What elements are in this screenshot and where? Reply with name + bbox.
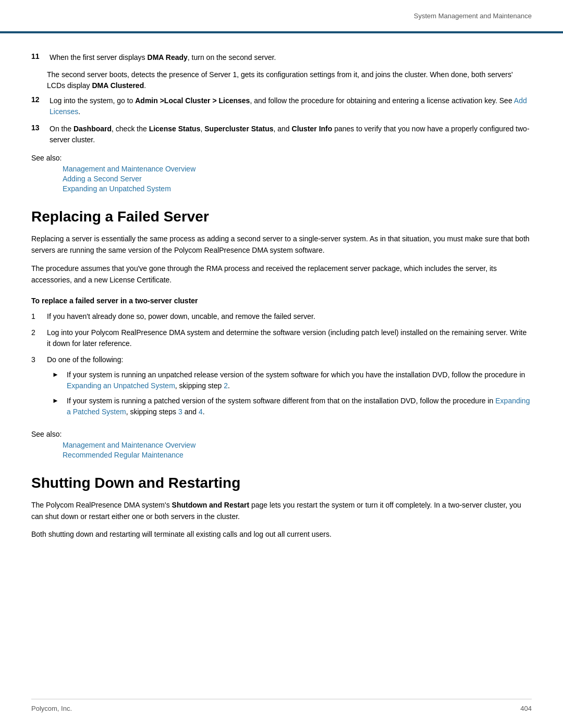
link-step-3-ref[interactable]: 3 <box>178 408 182 416</box>
step-13-dashboard: Dashboard <box>74 125 112 133</box>
replacing-para1: Replacing a server is essentially the sa… <box>31 233 532 256</box>
step-13-number: 13 <box>31 124 47 132</box>
step-11: 11 When the first server displays DMA Re… <box>31 52 532 63</box>
replace-step-2-num: 2 <box>31 327 47 338</box>
link-expanding-unpatched-2[interactable]: Expanding an Unpatched System <box>67 381 175 390</box>
replace-sub-heading: To replace a failed server in a two-serv… <box>31 297 532 305</box>
header-area: System Management and Maintenance <box>0 0 563 31</box>
replace-step-3: 3 Do one of the following: ► If your sys… <box>31 354 532 422</box>
replace-step-1-content: If you haven't already done so, power do… <box>47 311 532 322</box>
bullet-2: ► If your system is running a patched ve… <box>52 396 532 417</box>
content-area: 11 When the first server displays DMA Re… <box>0 36 563 578</box>
bullet-arrow-2: ► <box>52 396 65 406</box>
link-expanding-unpatched-1[interactable]: Expanding an Unpatched System <box>63 184 532 193</box>
step-13-license-status: License Status <box>149 125 201 133</box>
replacing-para2: The procedure assumes that you've gone t… <box>31 263 532 286</box>
link-step-4-ref[interactable]: 4 <box>199 408 203 416</box>
page-container: System Management and Maintenance 11 Whe… <box>0 0 563 728</box>
replace-step-3-num: 3 <box>31 354 47 365</box>
footer-company: Polycom, Inc. <box>31 705 72 712</box>
add-licenses-link[interactable]: Add Licenses <box>50 96 527 116</box>
step-11-sub-bold: DMA Clustered <box>92 81 144 90</box>
replacing-failed-server-heading: Replacing a Failed Server <box>31 208 532 225</box>
footer: Polycom, Inc. 404 <box>0 705 563 712</box>
step-12-bold: Admin >Local Cluster > Licenses <box>135 96 250 105</box>
link-step-2-ref[interactable]: 2 <box>224 381 228 390</box>
step-12-content: Log into the system, go to Admin >Local … <box>50 95 532 117</box>
shutting-down-heading: Shutting Down and Restarting <box>31 475 532 491</box>
replace-step-1-num: 1 <box>31 311 47 322</box>
step-11-bold: DMA Ready <box>148 53 188 61</box>
step-13-content: On the Dashboard, check the License Stat… <box>50 124 532 145</box>
link-recommended-maintenance[interactable]: Recommended Regular Maintenance <box>63 451 532 459</box>
see-also-1-label: See also: <box>31 154 532 162</box>
replace-steps-list: 1 If you haven't already done so, power … <box>31 311 532 422</box>
see-also-2-links: Management and Maintenance Overview Reco… <box>63 441 532 459</box>
step-11-number: 11 <box>31 52 47 60</box>
replace-step-1: 1 If you haven't already done so, power … <box>31 311 532 322</box>
link-management-overview-1[interactable]: Management and Maintenance Overview <box>63 165 532 173</box>
top-border-line <box>0 31 563 33</box>
replace-step-3-content: Do one of the following: ► If your syste… <box>47 354 532 422</box>
step-13-supercluster-status: Supercluster Status <box>204 125 273 133</box>
step-11-sub: The second server boots, detects the pre… <box>47 69 532 91</box>
link-management-overview-2[interactable]: Management and Maintenance Overview <box>63 441 532 449</box>
step-12: 12 Log into the system, go to Admin >Loc… <box>31 95 532 117</box>
link-expanding-patched[interactable]: Expanding a Patched System <box>67 397 530 416</box>
bullet-2-content: If your system is running a patched vers… <box>67 396 532 417</box>
step-13-cluster-info: Cluster Info <box>292 125 333 133</box>
footer-page-number: 404 <box>520 705 532 712</box>
see-also-2-label: See also: <box>31 430 532 438</box>
link-adding-second-server[interactable]: Adding a Second Server <box>63 175 532 183</box>
footer-divider <box>31 699 532 699</box>
replace-step-2-content: Log into your Polycom RealPresence DMA s… <box>47 327 532 349</box>
shutting-para2: Both shutting down and restarting will t… <box>31 528 532 540</box>
bullet-arrow-1: ► <box>52 369 65 380</box>
step-12-number: 12 <box>31 95 47 104</box>
bullet-1: ► If your system is running an unpatched… <box>52 369 532 391</box>
shutting-para1: The Polycom RealPresence DMA system's Sh… <box>31 499 532 523</box>
replace-step-3-bullets: ► If your system is running an unpatched… <box>52 369 532 417</box>
header-title: System Management and Maintenance <box>414 12 532 20</box>
bullet-1-content: If your system is running an unpatched r… <box>67 369 532 391</box>
shutdown-restart-bold: Shutdown and Restart <box>172 501 250 509</box>
step-13: 13 On the Dashboard, check the License S… <box>31 124 532 145</box>
step-11-content: When the first server displays DMA Ready… <box>50 52 532 63</box>
see-also-1-links: Management and Maintenance Overview Addi… <box>63 165 532 193</box>
replace-step-2: 2 Log into your Polycom RealPresence DMA… <box>31 327 532 349</box>
